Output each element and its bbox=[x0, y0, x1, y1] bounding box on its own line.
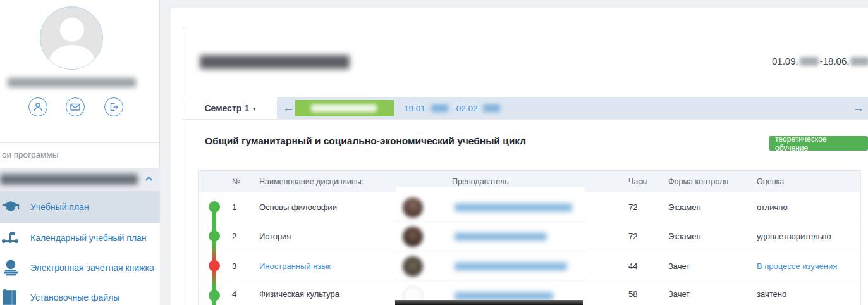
avatar-body-shape bbox=[49, 45, 95, 70]
row-control: Зачет bbox=[668, 261, 690, 270]
redacted-teacher-name[interactable] bbox=[455, 204, 572, 211]
row-control: Экзамен bbox=[668, 202, 701, 211]
row-num: 2 bbox=[232, 232, 236, 241]
row-num: 4 bbox=[232, 289, 236, 298]
logout-button[interactable] bbox=[104, 97, 123, 116]
semester-bar: Семестр 1 ▾ ← 19.01. - 02.02. → bbox=[183, 97, 868, 120]
row-grade: зачтено bbox=[757, 289, 786, 298]
sidebar-item-gradebook[interactable]: Электронная зачетная книжка bbox=[0, 252, 160, 282]
redacted-teacher-name[interactable] bbox=[455, 292, 553, 300]
disciplines-table: № Наименование дисциплины: Преподаватель… bbox=[198, 170, 861, 305]
row-grade: отлично bbox=[757, 202, 788, 211]
col-header-teacher: Преподаватель bbox=[452, 177, 509, 186]
sidebar-item-curriculum[interactable]: Учебный план bbox=[0, 191, 160, 223]
redacted-user-name bbox=[8, 78, 136, 87]
bar-divider bbox=[484, 103, 485, 114]
status-dot-green bbox=[209, 230, 220, 242]
period-dates[interactable]: 19.01. - 02.02. bbox=[404, 97, 500, 119]
row-hours: 72 bbox=[628, 202, 637, 211]
sidebar: ои программы Учебный план bbox=[0, 0, 160, 305]
date-to: - 02.02. bbox=[451, 104, 480, 113]
caret-down-icon: ▾ bbox=[253, 104, 256, 112]
cycle-title: Общий гуманитарный и социально-экономиче… bbox=[205, 135, 526, 147]
semester-label: Семестр 1 bbox=[204, 103, 249, 113]
row-control: Зачет bbox=[668, 289, 690, 298]
status-dot-green bbox=[209, 201, 220, 213]
programs-section-label: ои программы bbox=[2, 150, 58, 159]
discipline-name: История bbox=[259, 232, 291, 241]
person-icon bbox=[33, 102, 43, 112]
program-card: 01.09. -18.06. Семестр 1 ▾ ← 19.01. - 02… bbox=[183, 27, 868, 305]
col-header-grade: Оценка bbox=[757, 177, 784, 186]
row-grade: удовлетворительно bbox=[757, 232, 831, 241]
redacted-program-title bbox=[200, 55, 350, 69]
redacted-period-text bbox=[311, 104, 377, 112]
gradebook-globe-icon bbox=[1, 259, 23, 276]
sidebar-item-setup-files[interactable]: Установочные файлы bbox=[0, 282, 160, 305]
row-num: 1 bbox=[232, 202, 236, 211]
logout-icon bbox=[109, 102, 119, 112]
row-divider bbox=[396, 280, 585, 281]
avatar bbox=[40, 6, 103, 70]
date-from: 19.01. bbox=[404, 104, 428, 113]
sidebar-item-label: Учебный план bbox=[30, 202, 89, 212]
row-control: Экзамен bbox=[668, 232, 701, 241]
discipline-name: Физическая культура bbox=[259, 289, 339, 298]
row-divider bbox=[396, 251, 585, 252]
program-accordion-header[interactable] bbox=[0, 168, 160, 191]
row-hours: 44 bbox=[628, 261, 637, 270]
row-hours: 72 bbox=[628, 232, 637, 241]
chevron-up-icon[interactable] bbox=[145, 177, 152, 181]
teacher-avatar bbox=[403, 197, 423, 218]
col-header-name: Наименование дисциплины: bbox=[259, 177, 364, 186]
next-period-arrow[interactable]: → bbox=[852, 101, 864, 116]
teacher-avatar bbox=[403, 227, 423, 247]
discipline-name: Основы философии bbox=[259, 202, 337, 211]
sidebar-item-label: Установочные файлы bbox=[30, 292, 119, 302]
sidebar-item-label: Электронная зачетная книжка bbox=[30, 263, 154, 273]
files-icon bbox=[1, 289, 23, 305]
period-to: -18.06. bbox=[820, 56, 850, 66]
messages-button[interactable] bbox=[66, 97, 85, 116]
sidebar-divider bbox=[0, 142, 160, 143]
dark-scrollbar[interactable] bbox=[395, 300, 583, 305]
mail-icon bbox=[70, 102, 80, 112]
status-dot-green bbox=[209, 290, 220, 301]
redacted-year bbox=[483, 104, 500, 112]
semester-dropdown[interactable]: Семестр 1 ▾ bbox=[183, 97, 277, 119]
redacted-teacher-name[interactable] bbox=[455, 233, 547, 240]
redacted-program-name bbox=[0, 174, 138, 185]
redacted-year bbox=[850, 57, 868, 66]
avatar-head-shape bbox=[60, 18, 84, 42]
row-divider bbox=[396, 221, 585, 222]
graduation-cap-icon bbox=[1, 201, 23, 213]
period-from: 01.09. bbox=[772, 56, 798, 66]
sidebar-item-label: Календарный учебный план bbox=[30, 233, 147, 243]
col-header-hours: Часы bbox=[628, 177, 648, 186]
teacher-avatar bbox=[403, 256, 423, 277]
status-dot-red bbox=[209, 260, 220, 271]
redacted-year bbox=[800, 57, 819, 66]
col-header-control: Форма контроля bbox=[668, 177, 728, 186]
sidebar-item-calendar-plan[interactable]: Календарный учебный план bbox=[0, 223, 160, 252]
study-period: 01.09. -18.06. bbox=[772, 56, 868, 66]
col-header-num: № bbox=[232, 177, 240, 186]
training-type-badge: теоретическое обучение bbox=[769, 136, 868, 151]
milestones-icon bbox=[1, 231, 23, 245]
discipline-name-link[interactable]: Иностранный язык bbox=[259, 261, 331, 270]
profile-button[interactable] bbox=[28, 97, 47, 116]
redacted-teacher-name[interactable] bbox=[455, 263, 567, 270]
row-grade-link[interactable]: В процессе изучения bbox=[757, 261, 837, 270]
row-num: 3 bbox=[232, 261, 236, 270]
redacted-year bbox=[431, 104, 448, 112]
prev-period-arrow[interactable]: ← bbox=[283, 101, 295, 116]
active-period-button[interactable] bbox=[295, 100, 394, 116]
row-hours: 58 bbox=[628, 289, 637, 298]
redacted-teacher-column bbox=[396, 187, 585, 302]
